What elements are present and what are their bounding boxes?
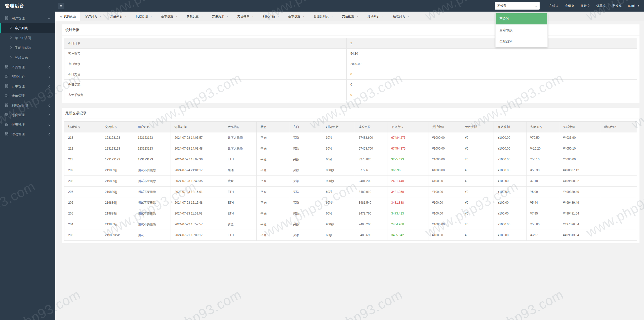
- sidebar-subitem-客户列表[interactable]: 客户列表: [0, 23, 55, 33]
- stat-value: 0: [347, 90, 637, 100]
- dropdown-option[interactable]: 全站盈利: [496, 36, 547, 47]
- tab-充值配置[interactable]: 充值配置×: [338, 12, 363, 21]
- sidebar-item-错单管理[interactable]: 错单管理: [0, 91, 55, 101]
- tab-产品列表[interactable]: 产品列表×: [106, 12, 131, 21]
- cell: ETH: [224, 230, 257, 241]
- topbar-counter-充值[interactable]: 充值0: [565, 4, 574, 8]
- topbar-counter-订单[interactable]: 订单0: [596, 4, 605, 8]
- grid-icon: [5, 75, 8, 79]
- tab-close-icon[interactable]: ×: [277, 15, 279, 18]
- tab-close-icon[interactable]: ×: [176, 15, 178, 18]
- counter-value: 0: [603, 4, 605, 8]
- tab-close-icon[interactable]: ×: [201, 15, 203, 18]
- tab-close-icon[interactable]: ×: [303, 15, 305, 18]
- sidebar-menu: 用户管理客户列表禁止IP访问手动加减款登录日志产品管理配置中心订单管理错单管理利…: [0, 14, 55, 139]
- profit-mode-select[interactable]: 不设置 ▲: [495, 2, 540, 10]
- cell: ¥499389.49: [559, 187, 600, 197]
- tab-close-icon[interactable]: ×: [252, 15, 254, 18]
- tab-close-icon[interactable]: ×: [150, 15, 152, 18]
- tab-close-icon[interactable]: ×: [227, 15, 228, 18]
- topbar-counter-在线[interactable]: 在线1: [549, 4, 558, 8]
- stats-row: 今日提现0: [64, 80, 637, 90]
- topbar-counter-定投[interactable]: 定投0: [612, 4, 621, 8]
- stat-value: 2: [347, 38, 637, 49]
- profit-mode-select-wrap: 不设置 ▲ 不设置全站亏损全站盈利: [495, 2, 540, 10]
- chevron-right-icon: [9, 36, 13, 40]
- cell: [600, 165, 637, 176]
- tab-风控管理[interactable]: 风控管理×: [131, 12, 157, 21]
- sidebar-item-利息宝管理[interactable]: 利息宝管理: [0, 101, 55, 110]
- sidebar-item-用户管理[interactable]: 用户管理: [0, 14, 55, 23]
- stats-row: 今日流水2000.00: [64, 59, 637, 69]
- sidebar-item-综合管理[interactable]: 综合管理: [0, 110, 55, 120]
- tab-label: 产品列表: [110, 14, 122, 19]
- sidebar-subitem-禁止IP访问[interactable]: 禁止IP访问: [0, 33, 55, 43]
- chevron-right-icon: [9, 56, 13, 60]
- trades-table: 订单编号交易账号用户姓名订单时间产品信息状态方向时间/点数建仓点位平仓点位委托金…: [64, 121, 637, 241]
- cell: 219889kkk: [101, 230, 134, 241]
- cell: ¥0: [461, 176, 494, 187]
- dropdown-option[interactable]: 不设置: [496, 13, 547, 25]
- tab-管理员列表[interactable]: 管理员列表×: [309, 12, 338, 21]
- tab-close-icon[interactable]: ×: [125, 15, 127, 18]
- cell: 3473.760: [355, 208, 387, 219]
- cell: 60秒: [322, 187, 355, 197]
- topbar-counter-提款[interactable]: 提款0: [581, 4, 589, 8]
- tab-领取列表[interactable]: 领取列表×: [388, 12, 414, 21]
- close-price-cell: 3481.888: [387, 197, 428, 208]
- tab-交易流水[interactable]: 交易流水×: [208, 12, 233, 21]
- sidebar-item-产品管理[interactable]: 产品管理: [0, 62, 55, 72]
- cell: 平仓: [257, 165, 289, 176]
- tab-我的桌面[interactable]: ⌂我的桌面: [55, 12, 80, 21]
- cell: 900秒: [322, 165, 355, 176]
- stat-label: 今日提现: [64, 80, 347, 90]
- tab-label: 领取列表: [393, 14, 405, 19]
- sidebar-item-配置中心[interactable]: 配置中心: [0, 72, 55, 82]
- tab-close-icon[interactable]: ×: [357, 15, 358, 18]
- cell: [600, 197, 637, 208]
- table-row: 205219889jjj测试不要删除2024-07-23 11:59:03ETH…: [64, 208, 637, 219]
- tab-label: 充值配置: [342, 14, 354, 19]
- cell: 219889jjj: [101, 219, 134, 230]
- sidebar-subitem-登录日志[interactable]: 登录日志: [0, 53, 55, 62]
- cell: 测试不要删除: [134, 219, 171, 230]
- user-menu[interactable]: admin ▼: [628, 4, 639, 8]
- tab-close-icon[interactable]: ×: [382, 15, 384, 18]
- cell: ¥7.10: [526, 176, 559, 187]
- cell: 207: [64, 187, 101, 197]
- cell: 测试不要删除: [134, 165, 171, 176]
- cell: 测试不要删除: [134, 208, 171, 219]
- sidebar-item-活动管理[interactable]: 活动管理: [0, 129, 55, 139]
- tab-close-icon[interactable]: ×: [331, 15, 333, 18]
- sidebar-subitem-label: 登录日志: [15, 55, 28, 60]
- chevron-right-icon: [9, 26, 13, 30]
- caret-down-icon: ▼: [637, 5, 639, 7]
- cell: 2401.200: [355, 176, 387, 187]
- tab-基本设置[interactable]: 基本设置×: [157, 12, 182, 21]
- tab-利息产品[interactable]: 利息产品×: [258, 12, 284, 21]
- tab-基本设置[interactable]: 基本设置×: [284, 12, 309, 21]
- tab-活动列表[interactable]: 活动列表×: [363, 12, 388, 21]
- sidebar-subitem-手动加减款[interactable]: 手动加减款: [0, 43, 55, 53]
- tab-客户列表[interactable]: 客户列表×: [80, 12, 106, 21]
- tab-close-icon[interactable]: ×: [408, 15, 409, 18]
- cell: ¥1000.00: [428, 154, 461, 165]
- cell: 900秒: [322, 219, 355, 230]
- cell: [600, 176, 637, 187]
- sidebar-item-报表管理[interactable]: 报表管理: [0, 120, 55, 129]
- tab-参数设置[interactable]: 参数设置×: [182, 12, 208, 21]
- stat-value: 54.30: [347, 49, 637, 59]
- cell: 123123123: [134, 154, 171, 165]
- counter-value: 0: [619, 4, 621, 8]
- tab-close-icon[interactable]: ×: [99, 15, 101, 18]
- hamburger-menu-button[interactable]: ≡: [58, 3, 64, 9]
- tab-充值错单[interactable]: 充值错单×: [233, 12, 258, 21]
- cell: 212: [64, 143, 101, 154]
- table-row: 206219889jjj测试不要删除2024-07-23 12:15:48ETH…: [64, 197, 637, 208]
- dropdown-option[interactable]: 全站亏损: [496, 25, 547, 36]
- cell: 205: [64, 208, 101, 219]
- sidebar-item-订单管理[interactable]: 订单管理: [0, 82, 55, 91]
- cell: 213: [64, 132, 101, 143]
- close-price-cell: 3481.258: [387, 187, 428, 197]
- cell: 3480.910: [355, 187, 387, 197]
